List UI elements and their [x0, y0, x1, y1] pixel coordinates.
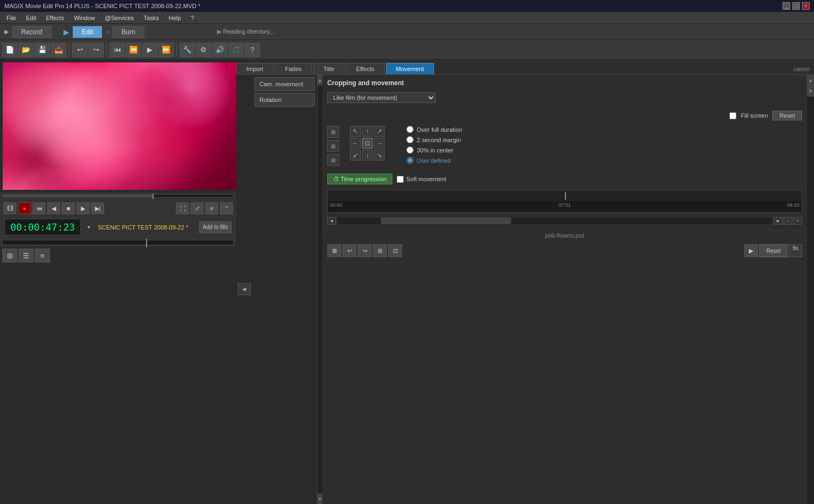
tl-scroll-right[interactable]: ► — [774, 217, 783, 225]
effects-btn2[interactable]: ↩ — [342, 244, 357, 257]
step-fwd-button[interactable]: ▶| — [91, 202, 104, 214]
prev-icon[interactable]: ⏮ — [110, 43, 125, 57]
list-icon[interactable]: ☰ — [18, 248, 34, 263]
soft-movement-label[interactable]: Soft movement — [397, 176, 446, 183]
reset-button-2[interactable]: Reset — [759, 244, 787, 257]
menu-window[interactable]: Window — [69, 14, 99, 22]
preview-btn[interactable]: ▶ — [744, 244, 758, 257]
effects-vscroll[interactable]: ▲ ▼ — [806, 75, 814, 504]
menu-file[interactable]: File — [2, 14, 21, 22]
time-progression-button[interactable]: ⏱ Time progression — [327, 174, 392, 184]
arrow-left[interactable]: ← — [350, 138, 361, 149]
fforward-icon[interactable]: ⏩ — [158, 43, 174, 57]
arrow-down[interactable]: ↓ — [362, 150, 373, 161]
add-to-fills-button[interactable]: Add to fills — [199, 221, 232, 233]
tool1-icon[interactable]: 🔧 — [180, 43, 195, 57]
edit-button[interactable]: Edit — [73, 26, 103, 38]
fill-screen-row: Fill screen Reset — [327, 111, 802, 120]
titlebar-controls[interactable]: _ □ × — [783, 2, 810, 10]
time-progression-row: ⏱ Time progression Soft movement — [327, 174, 802, 184]
fill-screen-checkbox[interactable] — [729, 112, 736, 119]
arrow-up[interactable]: ↑ — [362, 126, 373, 137]
filter-icon[interactable]: ≡ — [35, 248, 50, 263]
tl-zoom-in[interactable]: + — [793, 217, 802, 225]
close-button[interactable]: × — [802, 2, 810, 10]
menu-tasks[interactable]: Tasks — [139, 14, 163, 22]
radio-user-defined[interactable]: User defined — [406, 157, 462, 164]
minimize-button[interactable]: _ — [783, 2, 790, 10]
arrow-br[interactable]: ↘ — [374, 150, 385, 161]
tab-fades[interactable]: Fades — [275, 63, 312, 74]
soft-movement-checkbox[interactable] — [397, 176, 404, 183]
arrow-tr[interactable]: ↗ — [374, 126, 385, 137]
right-panel: Import Fades Title Effects Movement cato… — [236, 60, 814, 504]
redo-icon[interactable]: ↪ — [88, 43, 104, 57]
arrow-tl[interactable]: ↖ — [350, 126, 361, 137]
effects-timeline-controls: ◄ ► − + — [327, 217, 802, 225]
side-icons: ⊞ ☰ ≡ — [0, 246, 236, 265]
tab-title[interactable]: Title — [313, 63, 345, 74]
open-icon[interactable]: 📂 — [18, 43, 34, 57]
maximize-button[interactable]: □ — [792, 2, 800, 10]
tool3-icon[interactable]: 🔊 — [212, 43, 227, 57]
effects-btn3[interactable]: ↪ — [358, 244, 372, 257]
menu-icon-preview[interactable]: ≡ — [205, 202, 218, 214]
cam-movement-button[interactable]: Cam. movement — [255, 77, 315, 91]
mid-icon[interactable]: ⊞ — [327, 140, 339, 152]
grid-icon[interactable]: ⊞ — [2, 248, 17, 263]
stop-button[interactable]: ■ — [62, 202, 75, 214]
save-icon[interactable]: 💾 — [35, 43, 50, 57]
record-button[interactable]: Record — [12, 26, 52, 38]
skip-back-button[interactable]: ⏮ — [33, 202, 46, 214]
tl-scroll-thumb[interactable] — [381, 218, 511, 224]
record-button-preview[interactable]: ● — [18, 202, 31, 214]
start-icon[interactable]: ⊞ — [327, 126, 339, 138]
tl-zoom-out[interactable]: − — [784, 217, 792, 225]
arrow-bl[interactable]: ↙ — [350, 150, 361, 161]
tab-effects[interactable]: Effects — [346, 63, 384, 74]
crop-dropdown[interactable]: Like film (for movement) — [327, 92, 436, 103]
tab-movement[interactable]: Movement — [386, 63, 434, 74]
undo-icon[interactable]: ↩ — [72, 43, 87, 57]
pink-flowers-label: pink-flowers.psd — [327, 230, 802, 239]
settings-icon[interactable]: ⌃ — [220, 202, 233, 214]
fullscreen-icon[interactable]: ⛶ — [176, 202, 189, 214]
arrow-center[interactable]: ⊡ — [362, 138, 373, 149]
step-back-button[interactable]: ◀ — [47, 202, 60, 214]
radio-2sec-margin[interactable]: 2 second margin — [406, 136, 462, 143]
preview-controls-right: ▶ Reset 9s — [744, 244, 802, 257]
tool4-icon[interactable]: 🎵 — [228, 43, 244, 57]
import-icon[interactable]: 📥 — [51, 43, 66, 57]
tool2-icon[interactable]: ⚙ — [196, 43, 211, 57]
new-icon[interactable]: 📄 — [2, 43, 17, 57]
burn-button[interactable]: Burn — [112, 26, 144, 38]
reset-button[interactable]: Reset — [772, 111, 802, 120]
effects-content: ◄ Cam. movement Rotation ▲ ▼ Cropping an — [236, 75, 814, 504]
sidebar-scrollbar[interactable]: ▲ ▼ — [317, 75, 323, 504]
radio-full-duration[interactable]: Over full duration — [406, 126, 462, 133]
back-button[interactable]: ◄ — [238, 283, 251, 295]
menu-help2[interactable]: ? — [186, 14, 198, 22]
play-button[interactable]: ▶ — [77, 202, 90, 214]
help-icon[interactable]: ? — [245, 43, 260, 57]
effects-action-buttons: ⊠ ↩ ↪ ⊞ ⊡ — [327, 244, 402, 257]
sep3 — [176, 44, 177, 56]
radio-30-center[interactable]: 30% in center — [406, 146, 462, 154]
menu-effects[interactable]: Effects — [42, 14, 68, 22]
film-strip-icon[interactable]: 🎞 — [3, 202, 16, 214]
end-icon[interactable]: ⊞ — [327, 154, 339, 166]
menu-edit[interactable]: Edit — [22, 14, 41, 22]
effects-btn1[interactable]: ⊠ — [327, 244, 341, 257]
play-icon[interactable]: ▶ — [142, 43, 157, 57]
arrow-right[interactable]: → — [374, 138, 385, 149]
expand-icon[interactable]: ⤢ — [190, 202, 204, 214]
menu-services[interactable]: @Services — [100, 14, 138, 22]
effects-btn4[interactable]: ⊞ — [373, 244, 387, 257]
rewind-icon[interactable]: ⏪ — [126, 43, 141, 57]
tl-scroll-track[interactable] — [337, 217, 773, 225]
rotation-button[interactable]: Rotation — [255, 93, 315, 107]
effects-btn5[interactable]: ⊡ — [388, 244, 402, 257]
tl-scroll-left[interactable]: ◄ — [327, 217, 336, 225]
menu-help[interactable]: Help — [164, 14, 186, 22]
tab-import[interactable]: Import — [236, 63, 274, 74]
